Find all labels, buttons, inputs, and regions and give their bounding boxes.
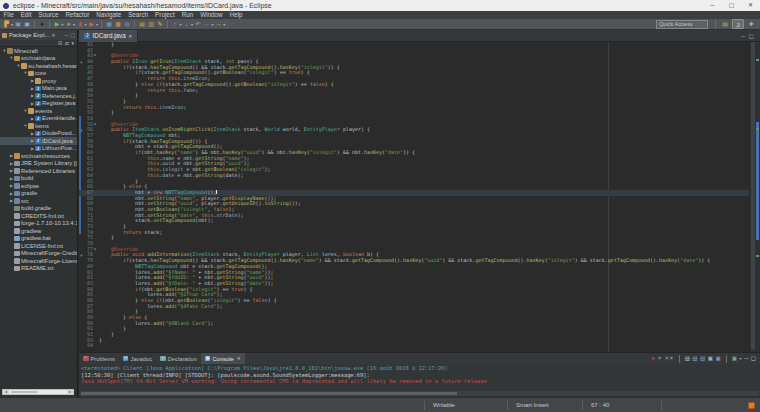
scrollbar-thumb[interactable] <box>11 391 37 393</box>
menu-item-project[interactable]: Project <box>152 11 179 19</box>
menu-item-run[interactable]: Run <box>178 11 197 19</box>
open-perspective-button[interactable]: ✚ <box>745 19 757 29</box>
save-icon[interactable]: ▣ <box>14 20 22 29</box>
menu-item-edit[interactable]: Edit <box>17 11 35 19</box>
tree-item[interactable]: ▶JLithiumPow... <box>0 145 77 153</box>
tree-item[interactable]: MinecraftForge-Credits <box>0 250 77 258</box>
view-tab-problems[interactable]: !Problems <box>79 353 119 364</box>
tree-item[interactable]: ▶eclipse <box>0 182 77 190</box>
tree-item[interactable]: ▶JRegister.java <box>0 100 77 108</box>
view-tab-declaration[interactable]: ◇Declaration <box>156 353 201 364</box>
code-line[interactable]: 94 <box>79 343 749 349</box>
new-package-icon[interactable]: ▩ <box>114 20 122 29</box>
tree-item[interactable]: ▼Minecraft <box>0 47 77 55</box>
previous-annotation-icon[interactable]: ↑ <box>171 20 179 29</box>
package-explorer-header[interactable]: Package Expl... ✕ ─▢ <box>0 30 77 40</box>
close-icon[interactable]: ✕ <box>128 33 132 39</box>
new-wizard-icon[interactable]: ▛ <box>3 20 11 29</box>
editor-tab-idcard[interactable]: J IDCard.java ✕ <box>79 30 138 42</box>
pin-console-icon[interactable]: ▣ <box>708 354 713 363</box>
java-ee-perspective-button[interactable]: ▤ <box>719 19 731 29</box>
new-java-project-icon[interactable]: ▦ <box>105 20 113 29</box>
launch-client-icon[interactable]: ● <box>38 20 46 29</box>
forward-icon[interactable]: → <box>215 20 223 29</box>
external-tools-icon[interactable]: ▶ <box>88 20 96 29</box>
scroll-right-icon[interactable]: ▸ <box>67 390 73 394</box>
tree-item[interactable]: CREDITS-fml.txt <box>0 212 77 220</box>
remove-all-launches-icon[interactable]: ✕✕ <box>664 354 673 363</box>
tree-item[interactable]: MinecraftForge-Licens <box>0 257 77 265</box>
explorer-horizontal-scrollbar[interactable]: ◂ ▸ <box>2 389 74 395</box>
import-icon[interactable]: ▤ <box>138 20 146 29</box>
close-button[interactable]: ✕ <box>741 0 760 11</box>
console-horizontal-scrollbar[interactable] <box>80 391 759 396</box>
tree-item[interactable]: ▶src <box>0 197 77 205</box>
run-icon[interactable]: ▶ <box>53 20 61 29</box>
console-process-header[interactable]: <terminated> Client [Java Application] C… <box>81 365 760 372</box>
tree-item[interactable]: ▶JMain.java <box>0 85 77 93</box>
link-with-editor-icon[interactable]: ⇄ <box>65 40 69 47</box>
tree-item[interactable]: ▶JRE System Library [jre1 <box>0 160 77 168</box>
notification-icon[interactable] <box>748 402 755 409</box>
code-editor[interactable]: 41 }4243● @Override▲44 public IIcon getI… <box>79 42 749 352</box>
view-menu-icon[interactable]: ▾ <box>71 40 74 47</box>
minimize-view-icon[interactable]: ─ <box>741 33 745 39</box>
java-perspective-button[interactable]: J <box>732 19 744 29</box>
tree-item[interactable]: ▶gradle <box>0 190 77 198</box>
display-selected-console-icon[interactable]: ▣ <box>715 354 720 363</box>
tree-item[interactable]: README.txt <box>0 265 77 273</box>
tree-item[interactable]: build.gradle <box>0 205 77 213</box>
last-edit-location-icon[interactable]: ↶ <box>194 20 202 29</box>
collapse-all-icon[interactable]: ⊟ <box>58 40 62 47</box>
tree-item[interactable]: ▶JEventHandle... <box>0 115 77 123</box>
tree-item[interactable]: ▼core <box>0 70 77 78</box>
tree-item[interactable]: ▶JDiodePowd... <box>0 130 77 138</box>
scroll-lock-icon[interactable]: ▤ <box>692 354 697 363</box>
back-icon[interactable]: ← <box>203 20 211 29</box>
save-all-icon[interactable]: ▣ <box>23 20 31 29</box>
next-annotation-icon[interactable]: ↓ <box>183 20 191 29</box>
console-view[interactable]: <terminated> Client [Java Application] C… <box>79 364 760 390</box>
tree-item[interactable]: ▼events <box>0 107 77 115</box>
mark-occurrences-icon[interactable]: ✎ <box>156 20 164 29</box>
menu-item-source[interactable]: Source <box>35 11 62 19</box>
tree-item[interactable]: ▶build <box>0 175 77 183</box>
editor-vertical-scrollbar[interactable] <box>749 42 760 352</box>
tree-item[interactable]: ▶proxy <box>0 77 77 85</box>
minimize-view-icon[interactable]: ─ <box>744 354 748 363</box>
tree-item[interactable]: forge-1.7.10-10.13.4.161 <box>0 220 77 228</box>
scroll-left-icon[interactable]: ◂ <box>3 390 9 394</box>
menu-item-refactor[interactable]: Refactor <box>62 11 93 19</box>
menu-item-window[interactable]: Window <box>197 11 226 19</box>
maximize-view-icon[interactable]: ▢ <box>751 354 756 363</box>
scrollbar-thumb[interactable] <box>751 42 755 350</box>
scrollbar-thumb[interactable] <box>81 392 457 395</box>
menu-item-search[interactable]: Search <box>125 11 152 19</box>
tree-item[interactable]: gradlew.bat <box>0 235 77 243</box>
remove-launch-icon[interactable]: ✕ <box>657 354 662 363</box>
tree-item[interactable]: ▶JReferences.j... <box>0 92 77 100</box>
maximize-view-icon[interactable]: ▢ <box>749 33 754 39</box>
close-icon[interactable]: ✕ <box>51 32 55 38</box>
tree-item[interactable]: ▼src/main/java <box>0 55 77 63</box>
minimize-view-icon[interactable]: ─ <box>65 32 69 38</box>
terminate-icon[interactable]: ■ <box>652 354 655 363</box>
minimize-button[interactable]: ─ <box>703 0 722 11</box>
word-wrap-icon[interactable]: ▤ <box>700 354 705 363</box>
open-console-icon[interactable]: ▣ <box>732 354 737 363</box>
maximize-button[interactable]: ▢ <box>722 0 741 11</box>
clear-console-icon[interactable]: ▤ <box>685 354 690 363</box>
menu-item-file[interactable]: File <box>0 11 17 19</box>
menu-item-navigate[interactable]: Navigate <box>93 11 125 19</box>
tree-item[interactable]: ▼items <box>0 122 77 130</box>
tree-item[interactable]: ▶src/main/resources <box>0 152 77 160</box>
tree-item[interactable]: gradlew <box>0 227 77 235</box>
view-tab-javadoc[interactable]: @Javadoc <box>119 353 156 364</box>
open-type-icon[interactable]: ◎ <box>123 20 131 29</box>
tree-item[interactable]: ▶JIDCard.java <box>0 137 77 145</box>
maximize-view-icon[interactable]: ▢ <box>70 32 75 38</box>
tree-item[interactable]: ▼su.hesahash.hesamo <box>0 62 77 70</box>
tree-item[interactable]: LICENSE-fml.txt <box>0 242 77 250</box>
quick-access-input[interactable]: Quick Access <box>656 20 708 29</box>
debug-icon[interactable]: ● <box>65 20 73 29</box>
